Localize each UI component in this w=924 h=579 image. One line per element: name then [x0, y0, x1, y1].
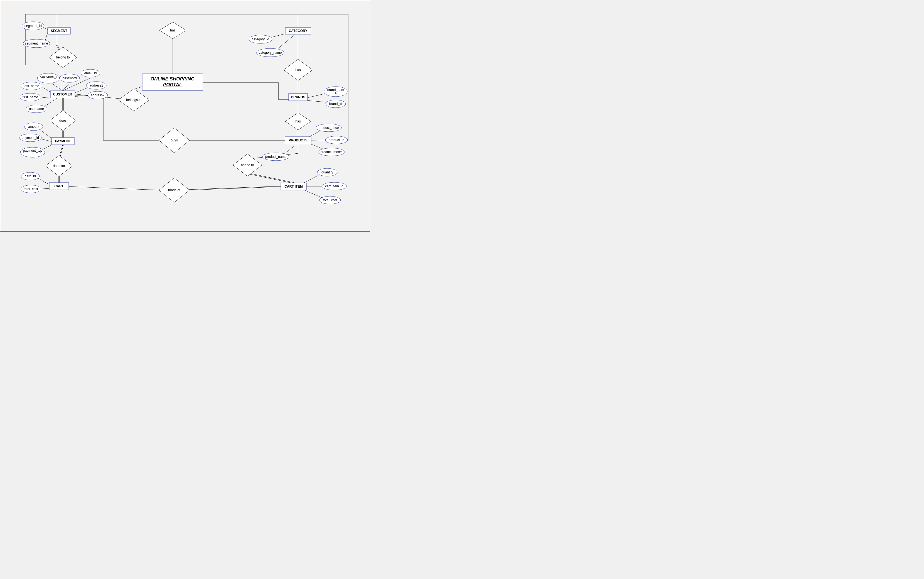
attr-customer-id: customer_id: [37, 73, 60, 83]
attr-password-label: password: [62, 76, 77, 80]
attr-address2: address2: [88, 91, 108, 99]
central-line1: ONLINE SHOPPING: [150, 76, 195, 82]
rel-belongs-to: belongs to: [118, 89, 149, 111]
attr-customer-id-label2: d: [47, 78, 49, 82]
attr-total-cost-cart: total_cost: [21, 185, 41, 193]
attr-username-label: username: [29, 107, 44, 111]
attr-segment-name-label: segment_name: [25, 41, 48, 45]
attr-first-name-label: first_name: [23, 95, 38, 99]
attr-product-name-label: product_name: [265, 155, 287, 159]
entity-brands-label: BRANDS: [291, 95, 305, 99]
attr-segment-id: segment_id: [22, 22, 44, 30]
entity-category-label: CATEGORY: [289, 29, 307, 33]
attr-category-name-label: category_name: [259, 51, 282, 54]
attr-last-name-label: last_name: [24, 84, 39, 88]
attr-total-cost-cart-label: total_cost: [24, 187, 38, 191]
rel-made-of: made of: [159, 178, 189, 202]
attr-product-price: product_price: [316, 124, 341, 132]
attr-amount-label: amount: [28, 125, 39, 129]
rel-buys: buys: [159, 128, 189, 153]
attr-address1: address1: [86, 82, 106, 89]
rel-buys-label: buys: [171, 138, 178, 142]
attr-category-id: category_id: [249, 35, 272, 43]
attr-product-model-label: product_model: [320, 150, 342, 154]
entity-segment-label: SEGMENT: [51, 29, 67, 33]
attr-last-name: last_name: [21, 82, 42, 90]
attr-address1-label: address1: [89, 83, 103, 87]
entity-brands: BRANDS: [289, 93, 307, 101]
attr-product-name: product_name: [263, 153, 289, 160]
attr-total-cost-item-label: total_cost: [323, 198, 337, 202]
entity-cart: CART: [49, 183, 69, 190]
attr-product-id: product_id: [325, 136, 348, 144]
rel-has-brand-prod-label: has: [295, 119, 300, 123]
rel-has-top: has: [160, 22, 186, 39]
entity-payment-label: PAYMENT: [55, 139, 71, 143]
diagram-frame: ONLINE SHOPPING PORTAL SEGMENT CUSTOMER …: [0, 0, 370, 232]
attr-brand-id: brand_id: [326, 100, 346, 108]
rel-added-to: added to: [233, 154, 262, 176]
attr-cart-item-id-label: cart_item_id: [325, 184, 343, 188]
attr-password: password: [60, 74, 80, 82]
attr-category-name: category_name: [256, 48, 284, 57]
entity-customer: CUSTOMER: [51, 91, 75, 98]
entity-products: PRODUCTS: [285, 137, 311, 144]
attr-payment-id-label: payment_id: [22, 136, 39, 140]
attr-cart-item-id: cart_item_id: [322, 182, 346, 190]
entity-customer-label: CUSTOMER: [53, 92, 72, 96]
attr-payment-type: payment_type: [20, 147, 45, 157]
entity-products-label: PRODUCTS: [289, 138, 307, 142]
attr-total-cost-item: total_cost: [320, 196, 341, 204]
rel-does: does: [50, 111, 76, 131]
attr-email-id: email_id: [81, 69, 100, 77]
rel-done-for-label: done for: [53, 164, 65, 168]
entity-segment: SEGMENT: [47, 28, 70, 34]
entity-cart-item: CART ITEM: [281, 183, 307, 190]
entity-category: CATEGORY: [285, 28, 311, 34]
attr-brand-name-label2: e: [335, 91, 337, 95]
attr-product-model: product_model: [318, 148, 345, 156]
rel-has-cat-brand-label: has: [295, 68, 300, 72]
er-diagram-svg: ONLINE SHOPPING PORTAL SEGMENT CUSTOMER …: [0, 0, 370, 231]
attr-payment-id: payment_id: [19, 134, 41, 142]
rel-has-cat-brand: has: [284, 59, 313, 80]
rel-done-for: done for: [46, 155, 73, 176]
entity-cart-item-label: CART ITEM: [284, 185, 302, 188]
rel-belongs-to-label: belongs to: [126, 98, 142, 102]
attr-brand-name: brand_name: [324, 87, 347, 96]
attr-quantity: quantity: [317, 168, 337, 176]
attr-segment-id-label: segment_id: [24, 24, 42, 28]
rel-added-to-label: added to: [241, 163, 254, 167]
attr-payment-type-label2: e: [32, 152, 34, 156]
attr-product-id-label: product_id: [329, 138, 344, 142]
attr-address2-label: address2: [91, 93, 104, 97]
attr-card-id: card_id: [21, 172, 39, 180]
rel-belong-to: belong to: [49, 47, 77, 68]
rel-belong-to-label: belong to: [56, 56, 70, 59]
attr-quantity-label: quantity: [322, 170, 333, 174]
attr-brand-id-label: brand_id: [329, 102, 342, 106]
attr-segment-name: segment_name: [23, 39, 50, 47]
central-entity: ONLINE SHOPPING PORTAL: [142, 74, 203, 90]
central-line2: PORTAL: [163, 82, 182, 87]
attr-email-id-label: email_id: [84, 71, 97, 75]
attr-first-name: first_name: [20, 93, 41, 101]
rel-has-brand-prod: has: [285, 113, 311, 130]
rel-does-label: does: [59, 119, 67, 123]
attr-username: username: [26, 105, 47, 113]
entity-cart-label: CART: [54, 184, 64, 188]
rel-has-top-label: has: [170, 28, 175, 32]
attr-card-id-label: card_id: [25, 174, 36, 178]
attr-category-id-label: category_id: [252, 37, 269, 41]
attr-amount: amount: [24, 123, 43, 131]
rel-made-of-label: made of: [168, 188, 180, 192]
entity-payment: PAYMENT: [52, 137, 74, 145]
attr-product-price-label: product_price: [319, 126, 339, 130]
